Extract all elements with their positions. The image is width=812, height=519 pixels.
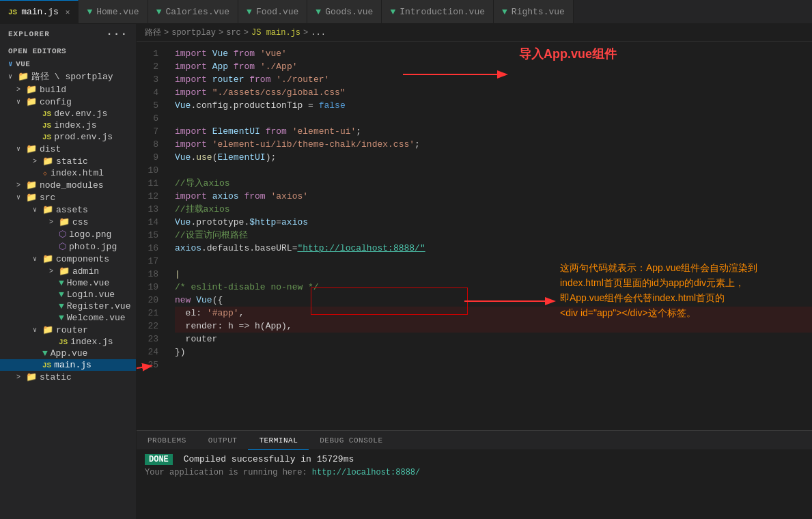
js-icon: JS (42, 122, 51, 130)
tab-label: main.js (21, 7, 59, 17)
tab-problems[interactable]: PROBLEMS (137, 431, 197, 450)
vue-icon: ▼ (59, 290, 64, 300)
main-layout: EXPLORER ··· OPEN EDITORS ∨VUE ∨ 📁 路径 \ … (0, 24, 812, 519)
js-icon: JS (42, 133, 51, 141)
terminal-content: DONE Compiled successfully in 15729ms Yo… (137, 450, 812, 519)
tree-item-build[interactable]: > 📁 build (0, 83, 136, 96)
tree-item-sportplay[interactable]: ∨ 📁 路径 \ sportplay (0, 70, 136, 83)
sidebar-header: EXPLORER ··· (0, 24, 136, 44)
vue-icon: ▼ (247, 7, 252, 17)
tab-goods-vue[interactable]: ▼ Goods.vue (307, 0, 382, 24)
tree-item-welcome-vue[interactable]: ▼ Welcome.vue (0, 312, 136, 324)
code-line-3: import router from './router' (175, 73, 812, 86)
bottom-tabs: PROBLEMS OUTPUT TERMINAL DEBUG CONSOLE (137, 431, 812, 450)
tree-item-index-html[interactable]: ⬦ index.html (0, 167, 136, 179)
tab-main-js[interactable]: JS main.js ✕ (0, 0, 79, 24)
tree-item-logo[interactable]: ⬡ logo.png (0, 228, 136, 240)
tab-output[interactable]: OUTPUT (197, 431, 249, 450)
sidebar-menu-icon[interactable]: ··· (106, 28, 128, 40)
code-line-19: /* eslint-disable no-new */ (175, 281, 812, 294)
tree-item-static-src[interactable]: > 📁 static (0, 371, 136, 383)
chevron-right-icon: > (16, 374, 26, 381)
tab-food-vue[interactable]: ▼ Food.vue (238, 0, 307, 24)
folder-icon: 📁 (26, 192, 37, 203)
code-line-1: import Vue from 'vue' (175, 47, 812, 60)
editor-area: 12345 678910 1112131415 1617181920 21222… (137, 42, 812, 519)
chevron-right-icon: > (16, 86, 26, 94)
tree-item-css[interactable]: > 📁 css (0, 216, 136, 228)
chevron-down-icon: ∨ (33, 326, 42, 334)
tab-home-vue[interactable]: ▼ Home.vue (79, 0, 148, 24)
code-line-2: import App from './App' (175, 60, 812, 73)
vue-icon: ▼ (502, 7, 507, 17)
tab-bar: JS main.js ✕ ▼ Home.vue ▼ Calories.vue ▼… (0, 0, 812, 24)
js-icon: JS (42, 361, 51, 369)
code-line-12: import axios from 'axios' (175, 190, 812, 203)
bottom-panel: PROBLEMS OUTPUT TERMINAL DEBUG CONSOLE D… (137, 430, 812, 519)
folder-icon: 📁 (42, 324, 53, 335)
tab-rights-vue[interactable]: ▼ Rights.vue (494, 0, 574, 24)
folder-icon: 📁 (42, 156, 53, 167)
tree-item-router-index[interactable]: JS index.js (0, 336, 136, 348)
code-line-21: el: '#app', (175, 307, 812, 320)
chevron-down-icon: ∨ (16, 145, 26, 153)
content-area: 路径 > sportplay > src > JS main.js > ... … (137, 24, 812, 519)
open-editors-label: OPEN EDITORS (0, 44, 136, 57)
tab-introduction-vue[interactable]: ▼ Introduction.vue (382, 0, 494, 24)
tree-item-main-js[interactable]: JS main.js (0, 359, 136, 371)
chevron-right-icon: > (49, 219, 59, 226)
tree-item-src[interactable]: ∨ 📁 src (0, 191, 136, 204)
tab-terminal[interactable]: TERMINAL (248, 431, 309, 450)
tree-item-photo[interactable]: ⬡ photo.jpg (0, 240, 136, 253)
tab-label: Food.vue (256, 7, 298, 17)
tab-label: Goods.vue (325, 7, 373, 17)
tree-item-prod-env[interactable]: JS prod.env.js (0, 131, 136, 143)
chevron-right-icon: > (16, 182, 26, 189)
vue-icon: ▼ (156, 7, 162, 17)
tab-debug-console[interactable]: DEBUG CONSOLE (309, 431, 393, 450)
code-container[interactable]: 12345 678910 1112131415 1617181920 21222… (137, 42, 812, 430)
tab-calories-vue[interactable]: ▼ Calories.vue (148, 0, 238, 24)
folder-icon: 📁 (42, 204, 53, 215)
tree-item-config[interactable]: ∨ 📁 config (0, 96, 136, 108)
vue-icon: ▼ (59, 301, 64, 311)
tree-item-dev-env[interactable]: JS dev.env.js (0, 108, 136, 120)
js-icon: JS (42, 110, 51, 118)
tree-item-assets[interactable]: ∨ 📁 assets (0, 204, 136, 216)
tab-label: Home.vue (96, 7, 139, 17)
code-line-11: //导入axios (175, 177, 812, 190)
tree-item-admin[interactable]: > 📁 admin (0, 265, 136, 277)
close-icon[interactable]: ✕ (66, 8, 70, 16)
tree-item-index-config[interactable]: JS index.js (0, 120, 136, 131)
code-line-16: axios.defaults.baseURL="http://localhost… (175, 242, 812, 255)
tree-item-dist[interactable]: ∨ 📁 dist (0, 143, 136, 155)
js-icon: JS (59, 338, 68, 346)
img-icon: ⬡ (59, 229, 66, 240)
code-line-17 (175, 255, 812, 268)
code-line-20: new Vue({ (175, 294, 812, 307)
tree-item-home-vue[interactable]: ▼ Home.vue (0, 277, 136, 289)
tree-item-register-vue[interactable]: ▼ Register.vue (0, 300, 136, 312)
vue-icon: ▼ (390, 7, 395, 17)
chevron-right-icon: > (33, 158, 42, 165)
js-icon: JS (8, 8, 17, 16)
sidebar-title: EXPLORER (8, 30, 50, 38)
tab-label: Calories.vue (165, 7, 229, 17)
tree-item-components[interactable]: ∨ 📁 components (0, 253, 136, 265)
folder-icon: 📁 (26, 371, 37, 382)
tree-item-router[interactable]: ∨ 📁 router (0, 324, 136, 336)
code-line-4: import "./assets/css/global.css" (175, 86, 812, 99)
code-line-5: Vue.config.productionTip = false (175, 99, 812, 112)
chevron-down-icon: ∨ (16, 98, 26, 106)
tree-item-node-modules[interactable]: > 📁 node_modules (0, 179, 136, 191)
tree-item-login-vue[interactable]: ▼ Login.vue (0, 289, 136, 300)
code-line-22: render: h => h(App), (175, 320, 812, 333)
tree-item-static-dist[interactable]: > 📁 static (0, 155, 136, 167)
html-icon: ⬦ (42, 168, 48, 178)
tree-item-app-vue[interactable]: ▼ App.vue (0, 348, 136, 359)
code-line-9: Vue.use(ElementUI); (175, 151, 812, 164)
vue-icon: ▼ (59, 313, 64, 323)
code-line-8: import 'element-ui/lib/theme-chalk/index… (175, 138, 812, 151)
vue-icon: ▼ (316, 7, 321, 17)
vue-icon: ▼ (42, 348, 48, 359)
